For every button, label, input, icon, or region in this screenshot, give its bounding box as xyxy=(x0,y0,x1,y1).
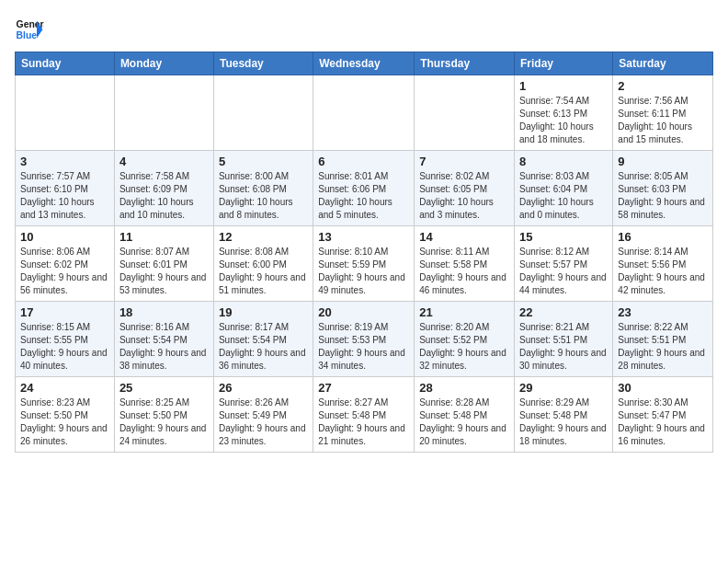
day-number: 9 xyxy=(618,155,708,168)
day-info: Sunrise: 8:14 AM Sunset: 5:56 PM Dayligh… xyxy=(618,246,708,297)
day-info: Sunrise: 8:29 AM Sunset: 5:48 PM Dayligh… xyxy=(519,396,608,448)
calendar-cell: 10Sunrise: 8:06 AM Sunset: 6:02 PM Dayli… xyxy=(16,226,115,302)
calendar-cell: 23Sunrise: 8:22 AM Sunset: 5:51 PM Dayli… xyxy=(613,302,713,377)
day-number: 30 xyxy=(618,381,708,395)
day-number: 22 xyxy=(519,305,608,319)
calendar-header-sunday: Sunday xyxy=(16,52,115,75)
day-number: 1 xyxy=(519,79,608,93)
day-number: 17 xyxy=(20,305,109,319)
day-number: 19 xyxy=(219,305,308,319)
calendar-week-2: 3Sunrise: 7:57 AM Sunset: 6:10 PM Daylig… xyxy=(16,151,713,226)
logo-icon: General Blue xyxy=(15,15,44,44)
calendar-cell: 3Sunrise: 7:57 AM Sunset: 6:10 PM Daylig… xyxy=(16,151,115,226)
day-info: Sunrise: 8:02 AM Sunset: 6:05 PM Dayligh… xyxy=(419,170,509,222)
logo: General Blue xyxy=(15,15,44,44)
day-info: Sunrise: 8:15 AM Sunset: 5:55 PM Dayligh… xyxy=(20,321,109,373)
calendar-cell: 15Sunrise: 8:12 AM Sunset: 5:57 PM Dayli… xyxy=(515,226,613,302)
calendar-cell: 7Sunrise: 8:02 AM Sunset: 6:05 PM Daylig… xyxy=(415,151,515,226)
calendar-cell: 26Sunrise: 8:26 AM Sunset: 5:49 PM Dayli… xyxy=(213,377,313,453)
day-number: 10 xyxy=(20,230,109,244)
day-info: Sunrise: 8:12 AM Sunset: 5:57 PM Dayligh… xyxy=(519,246,608,297)
calendar-cell: 4Sunrise: 7:58 AM Sunset: 6:09 PM Daylig… xyxy=(114,151,213,226)
calendar-header-tuesday: Tuesday xyxy=(213,52,313,75)
calendar-cell: 17Sunrise: 8:15 AM Sunset: 5:55 PM Dayli… xyxy=(16,302,115,377)
day-info: Sunrise: 8:25 AM Sunset: 5:50 PM Dayligh… xyxy=(119,396,209,448)
calendar-cell: 19Sunrise: 8:17 AM Sunset: 5:54 PM Dayli… xyxy=(213,302,313,377)
day-info: Sunrise: 8:20 AM Sunset: 5:52 PM Dayligh… xyxy=(419,321,509,373)
calendar-cell: 16Sunrise: 8:14 AM Sunset: 5:56 PM Dayli… xyxy=(613,226,713,302)
day-info: Sunrise: 8:16 AM Sunset: 5:54 PM Dayligh… xyxy=(119,321,209,373)
calendar-cell xyxy=(415,75,515,151)
day-number: 15 xyxy=(519,230,608,244)
calendar-week-1: 1Sunrise: 7:54 AM Sunset: 6:13 PM Daylig… xyxy=(16,75,713,151)
calendar-cell: 12Sunrise: 8:08 AM Sunset: 6:00 PM Dayli… xyxy=(213,226,313,302)
day-info: Sunrise: 8:06 AM Sunset: 6:02 PM Dayligh… xyxy=(20,246,109,297)
day-info: Sunrise: 8:26 AM Sunset: 5:49 PM Dayligh… xyxy=(219,396,308,448)
calendar-cell: 1Sunrise: 7:54 AM Sunset: 6:13 PM Daylig… xyxy=(515,75,613,151)
calendar-cell: 24Sunrise: 8:23 AM Sunset: 5:50 PM Dayli… xyxy=(16,377,115,453)
day-info: Sunrise: 7:56 AM Sunset: 6:11 PM Dayligh… xyxy=(618,95,708,146)
day-info: Sunrise: 8:23 AM Sunset: 5:50 PM Dayligh… xyxy=(20,396,109,448)
day-info: Sunrise: 8:21 AM Sunset: 5:51 PM Dayligh… xyxy=(519,321,608,373)
day-info: Sunrise: 7:58 AM Sunset: 6:09 PM Dayligh… xyxy=(119,170,209,222)
day-info: Sunrise: 8:05 AM Sunset: 6:03 PM Dayligh… xyxy=(618,170,708,222)
day-number: 5 xyxy=(219,155,308,168)
calendar-cell: 6Sunrise: 8:01 AM Sunset: 6:06 PM Daylig… xyxy=(313,151,415,226)
day-number: 24 xyxy=(20,381,109,395)
day-info: Sunrise: 8:08 AM Sunset: 6:00 PM Dayligh… xyxy=(219,246,308,297)
calendar-cell: 30Sunrise: 8:30 AM Sunset: 5:47 PM Dayli… xyxy=(613,377,713,453)
calendar-header-row: SundayMondayTuesdayWednesdayThursdayFrid… xyxy=(16,52,713,75)
calendar: SundayMondayTuesdayWednesdayThursdayFrid… xyxy=(15,52,713,453)
calendar-cell xyxy=(114,75,213,151)
day-number: 4 xyxy=(119,155,209,168)
day-info: Sunrise: 8:17 AM Sunset: 5:54 PM Dayligh… xyxy=(219,321,308,373)
day-info: Sunrise: 8:27 AM Sunset: 5:48 PM Dayligh… xyxy=(318,396,409,448)
header: General Blue xyxy=(15,15,713,44)
day-info: Sunrise: 8:19 AM Sunset: 5:53 PM Dayligh… xyxy=(318,321,409,373)
day-info: Sunrise: 8:11 AM Sunset: 5:58 PM Dayligh… xyxy=(419,246,509,297)
day-number: 27 xyxy=(318,381,409,395)
calendar-cell: 14Sunrise: 8:11 AM Sunset: 5:58 PM Dayli… xyxy=(415,226,515,302)
calendar-cell: 13Sunrise: 8:10 AM Sunset: 5:59 PM Dayli… xyxy=(313,226,415,302)
day-number: 13 xyxy=(318,230,409,244)
day-info: Sunrise: 7:57 AM Sunset: 6:10 PM Dayligh… xyxy=(20,170,109,222)
calendar-cell xyxy=(313,75,415,151)
day-number: 11 xyxy=(119,230,209,244)
day-info: Sunrise: 8:07 AM Sunset: 6:01 PM Dayligh… xyxy=(119,246,209,297)
day-info: Sunrise: 8:03 AM Sunset: 6:04 PM Dayligh… xyxy=(519,170,608,222)
day-number: 3 xyxy=(20,155,109,168)
day-number: 26 xyxy=(219,381,308,395)
calendar-cell xyxy=(16,75,115,151)
calendar-cell: 8Sunrise: 8:03 AM Sunset: 6:04 PM Daylig… xyxy=(515,151,613,226)
day-number: 20 xyxy=(318,305,409,319)
day-number: 2 xyxy=(618,79,708,93)
calendar-cell: 20Sunrise: 8:19 AM Sunset: 5:53 PM Dayli… xyxy=(313,302,415,377)
calendar-cell: 2Sunrise: 7:56 AM Sunset: 6:11 PM Daylig… xyxy=(613,75,713,151)
calendar-header-friday: Friday xyxy=(515,52,613,75)
day-info: Sunrise: 8:30 AM Sunset: 5:47 PM Dayligh… xyxy=(618,396,708,448)
day-info: Sunrise: 8:01 AM Sunset: 6:06 PM Dayligh… xyxy=(318,170,409,222)
calendar-header-saturday: Saturday xyxy=(613,52,713,75)
calendar-week-4: 17Sunrise: 8:15 AM Sunset: 5:55 PM Dayli… xyxy=(16,302,713,377)
day-number: 18 xyxy=(119,305,209,319)
calendar-cell: 29Sunrise: 8:29 AM Sunset: 5:48 PM Dayli… xyxy=(515,377,613,453)
calendar-cell: 9Sunrise: 8:05 AM Sunset: 6:03 PM Daylig… xyxy=(613,151,713,226)
calendar-cell xyxy=(213,75,313,151)
day-number: 21 xyxy=(419,305,509,319)
day-number: 29 xyxy=(519,381,608,395)
day-number: 14 xyxy=(419,230,509,244)
calendar-week-5: 24Sunrise: 8:23 AM Sunset: 5:50 PM Dayli… xyxy=(16,377,713,453)
day-number: 16 xyxy=(618,230,708,244)
day-number: 8 xyxy=(519,155,608,168)
calendar-header-monday: Monday xyxy=(114,52,213,75)
day-info: Sunrise: 8:00 AM Sunset: 6:08 PM Dayligh… xyxy=(219,170,308,222)
calendar-cell: 28Sunrise: 8:28 AM Sunset: 5:48 PM Dayli… xyxy=(415,377,515,453)
calendar-cell: 27Sunrise: 8:27 AM Sunset: 5:48 PM Dayli… xyxy=(313,377,415,453)
day-number: 25 xyxy=(119,381,209,395)
day-info: Sunrise: 7:54 AM Sunset: 6:13 PM Dayligh… xyxy=(519,95,608,146)
calendar-cell: 22Sunrise: 8:21 AM Sunset: 5:51 PM Dayli… xyxy=(515,302,613,377)
calendar-header-wednesday: Wednesday xyxy=(313,52,415,75)
day-number: 28 xyxy=(419,381,509,395)
day-number: 7 xyxy=(419,155,509,168)
calendar-header-thursday: Thursday xyxy=(415,52,515,75)
